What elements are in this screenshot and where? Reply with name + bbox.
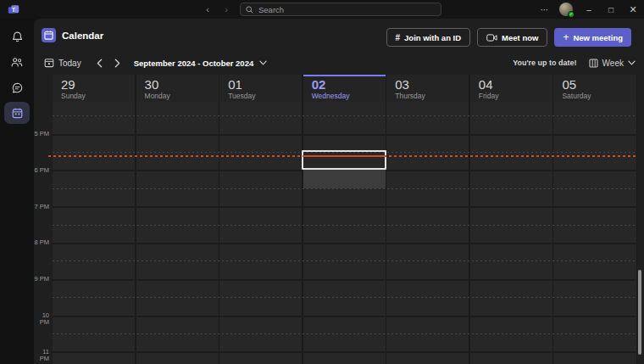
minimize-button[interactable]: – xyxy=(578,0,600,19)
day-column[interactable] xyxy=(386,102,469,364)
hour-gridline xyxy=(53,279,637,281)
hour-gridline xyxy=(53,206,637,208)
half-hour-gridline xyxy=(53,260,637,261)
day-header-cell[interactable]: 02Wednesday xyxy=(303,75,386,102)
join-with-id-button[interactable]: # Join with an ID xyxy=(386,28,471,47)
half-hour-gridline xyxy=(53,115,637,116)
day-name: Thursday xyxy=(395,92,469,100)
day-column[interactable] xyxy=(553,102,636,364)
day-name: Friday xyxy=(479,92,552,100)
plus-icon: + xyxy=(563,32,569,42)
hour-label: 10 PM xyxy=(34,312,49,326)
day-header-cell[interactable]: 03Thursday xyxy=(386,75,469,102)
day-column[interactable] xyxy=(303,102,386,364)
svg-text:T: T xyxy=(11,6,15,14)
week-grid-icon xyxy=(589,59,598,68)
calendar-panel: Calendar # Join with an ID Meet now + Ne… xyxy=(34,19,644,364)
sidebar-item-activity[interactable] xyxy=(4,25,30,48)
hour-label: 7 PM xyxy=(34,204,49,210)
new-meeting-button[interactable]: + New meeting xyxy=(554,28,631,47)
day-number: 05 xyxy=(562,77,636,92)
close-button[interactable]: ✕ xyxy=(622,0,644,19)
day-number: 30 xyxy=(145,77,219,92)
hour-label: 11 PM xyxy=(34,349,49,362)
sidebar-item-teams[interactable] xyxy=(4,51,30,73)
hour-label: 6 PM xyxy=(34,167,49,174)
page-header: Calendar # Join with an ID Meet now + Ne… xyxy=(34,19,644,51)
day-header-row: 29Sunday30Monday01Tuesday02Wednesday03Th… xyxy=(34,75,644,102)
app-rail xyxy=(0,19,34,364)
camera-icon xyxy=(486,34,497,42)
hour-label: 5 PM xyxy=(34,131,49,137)
day-column[interactable] xyxy=(219,102,302,364)
nav-back-icon[interactable]: ‹ xyxy=(203,3,212,16)
day-number: 01 xyxy=(228,77,302,92)
calendar-today-icon xyxy=(44,58,54,68)
hovered-slot[interactable] xyxy=(303,170,386,188)
day-column[interactable] xyxy=(53,102,135,364)
day-name: Sunday xyxy=(61,92,135,100)
search-input[interactable] xyxy=(240,3,441,16)
search-icon xyxy=(246,6,253,14)
hour-gridline xyxy=(53,316,637,317)
hour-gridline xyxy=(53,134,637,136)
half-hour-gridline xyxy=(53,333,637,334)
day-name: Wednesday xyxy=(312,92,386,100)
day-name: Saturday xyxy=(562,92,636,100)
day-header-cell[interactable]: 05Saturday xyxy=(553,75,636,102)
sidebar-item-chat[interactable] xyxy=(4,76,30,98)
more-options-icon[interactable]: ⋯ xyxy=(536,5,554,14)
hour-label: 8 PM xyxy=(34,239,49,246)
day-header-cell[interactable]: 29Sunday xyxy=(53,75,135,102)
day-number: 02 xyxy=(312,77,386,92)
half-hour-gridline xyxy=(53,297,637,298)
people-icon xyxy=(10,56,24,69)
day-name: Monday xyxy=(145,92,219,100)
vertical-scrollbar[interactable] xyxy=(638,270,641,355)
presence-available-icon: ✓ xyxy=(568,11,575,18)
meet-now-button[interactable]: Meet now xyxy=(477,28,547,47)
today-button[interactable]: Today xyxy=(44,58,81,68)
calendar-toolbar: Today September 2024 - October 2024 You'… xyxy=(34,51,644,75)
avatar[interactable]: ✓ xyxy=(559,3,573,16)
teams-window: T ‹ › ⋯ ✓ – □ ✕ xyxy=(0,0,644,364)
day-column[interactable] xyxy=(136,102,219,364)
date-range-label[interactable]: September 2024 - October 2024 xyxy=(134,59,254,68)
calendar-grid: 5 PM6 PM7 PM8 PM9 PM10 PM11 PM xyxy=(34,102,644,364)
next-week-button[interactable] xyxy=(114,59,120,68)
teams-logo-icon: T xyxy=(8,3,19,15)
calendar-icon xyxy=(11,107,24,120)
half-hour-gridline xyxy=(53,225,637,226)
day-header-cell[interactable]: 30Monday xyxy=(136,75,219,102)
titlebar: T ‹ › ⋯ ✓ – □ ✕ xyxy=(0,0,644,19)
bell-icon xyxy=(11,31,24,43)
day-number: 29 xyxy=(61,77,135,92)
day-column[interactable] xyxy=(470,102,552,364)
calendar-app-icon xyxy=(42,28,56,42)
sidebar-item-calendar[interactable] xyxy=(4,102,30,124)
date-range-chevron-down-icon[interactable] xyxy=(259,60,267,65)
day-number: 03 xyxy=(395,77,469,92)
view-chevron-down-icon xyxy=(628,60,636,65)
hash-icon: # xyxy=(396,33,401,42)
selected-slot[interactable] xyxy=(302,150,386,171)
day-name: Tuesday xyxy=(228,92,302,100)
prev-week-button[interactable] xyxy=(97,59,103,68)
half-hour-gridline xyxy=(53,188,637,189)
day-header-cell[interactable]: 04Friday xyxy=(470,75,552,102)
day-number: 04 xyxy=(479,77,552,92)
maximize-button[interactable]: □ xyxy=(600,0,622,19)
day-header-cell[interactable]: 01Tuesday xyxy=(219,75,302,102)
nav-forward-icon[interactable]: › xyxy=(222,3,230,16)
chat-icon xyxy=(11,81,24,94)
current-time-line-solid xyxy=(303,155,386,157)
hour-gridline xyxy=(53,351,637,353)
view-switcher-week[interactable]: Week xyxy=(589,59,636,68)
hour-gridline xyxy=(53,243,637,244)
up-to-date-status: You're up to date! xyxy=(513,59,576,67)
page-title: Calendar xyxy=(62,31,103,41)
hour-label: 9 PM xyxy=(34,276,49,283)
